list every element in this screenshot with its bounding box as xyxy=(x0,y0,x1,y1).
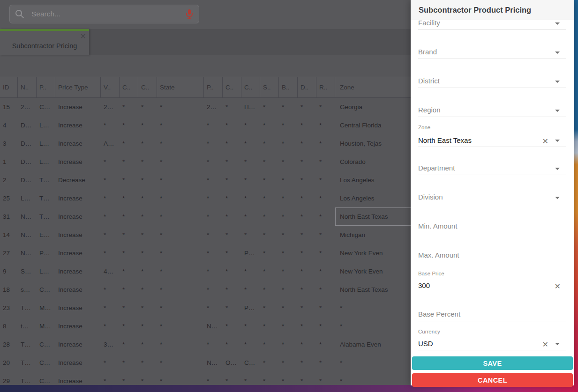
table-cell[interactable]: * xyxy=(101,317,120,335)
facility-select[interactable]: Facility xyxy=(418,17,566,30)
table-cell[interactable]: * xyxy=(316,335,335,354)
close-icon[interactable]: ✕ xyxy=(80,33,86,40)
table-cell[interactable]: * xyxy=(101,226,120,244)
table-cell[interactable]: * xyxy=(260,299,279,317)
table-cell[interactable]: * xyxy=(298,153,316,171)
table-cell[interactable]: E… xyxy=(37,226,55,244)
table-cell[interactable]: C… xyxy=(37,98,55,116)
table-cell[interactable]: N… xyxy=(18,226,37,244)
table-cell[interactable]: * xyxy=(101,281,120,299)
table-cell[interactable]: * xyxy=(157,354,204,372)
table-cell[interactable]: Increase xyxy=(55,299,101,317)
table-cell[interactable]: C… xyxy=(37,281,55,299)
table-cell[interactable]: P… xyxy=(241,244,260,262)
table-cell[interactable]: * xyxy=(260,134,279,153)
table-cell[interactable]: A… xyxy=(101,134,120,153)
table-cell[interactable]: * xyxy=(101,299,120,317)
table-cell[interactable]: * xyxy=(101,153,120,171)
table-cell[interactable]: * xyxy=(120,354,138,372)
table-cell[interactable]: 23 xyxy=(0,299,18,317)
table-cell[interactable]: * xyxy=(260,153,279,171)
table-cell[interactable]: * xyxy=(241,226,260,244)
table-cell[interactable]: * xyxy=(138,244,157,262)
table-cell[interactable]: * xyxy=(298,281,316,299)
table-cell[interactable]: M… xyxy=(37,317,55,335)
column-header[interactable]: ID xyxy=(0,77,18,97)
table-cell[interactable]: * xyxy=(120,189,138,207)
table-cell[interactable]: * xyxy=(316,116,335,134)
table-cell[interactable]: 3… xyxy=(101,335,120,354)
table-cell[interactable]: * xyxy=(204,189,223,207)
table-cell[interactable]: * xyxy=(120,134,138,153)
chevron-down-icon[interactable] xyxy=(555,168,560,170)
table-cell[interactable]: Decrease xyxy=(55,171,101,189)
table-cell[interactable]: Increase xyxy=(55,281,101,299)
table-cell[interactable]: * xyxy=(316,299,335,317)
table-cell[interactable]: * xyxy=(101,171,120,189)
table-cell[interactable]: * xyxy=(157,98,204,116)
table-cell[interactable]: Increase xyxy=(55,98,101,116)
table-cell[interactable]: * xyxy=(138,171,157,189)
table-cell[interactable]: * xyxy=(157,335,204,354)
table-cell[interactable]: * xyxy=(279,244,298,262)
table-cell[interactable]: O… xyxy=(223,354,241,372)
table-cell[interactable]: * xyxy=(260,335,279,354)
table-cell[interactable]: D… xyxy=(18,116,37,134)
chevron-down-icon[interactable] xyxy=(555,110,560,112)
save-button[interactable]: SAVE xyxy=(412,356,573,370)
table-cell[interactable]: * xyxy=(204,153,223,171)
table-cell[interactable]: * xyxy=(241,171,260,189)
clear-icon[interactable]: ✕ xyxy=(542,341,548,348)
table-cell[interactable]: * xyxy=(120,262,138,281)
table-cell[interactable]: * xyxy=(241,281,260,299)
table-cell[interactable]: * xyxy=(138,317,157,335)
table-cell[interactable]: * xyxy=(120,226,138,244)
table-cell[interactable]: * xyxy=(279,226,298,244)
table-cell[interactable]: C… xyxy=(241,354,260,372)
table-cell[interactable]: * xyxy=(279,171,298,189)
table-cell[interactable]: * xyxy=(204,262,223,281)
table-cell[interactable]: * xyxy=(157,299,204,317)
clear-icon[interactable]: ✕ xyxy=(542,138,548,145)
table-cell[interactable]: T… xyxy=(37,207,55,226)
min-amount-field[interactable]: Min. Amount xyxy=(418,220,566,233)
table-cell[interactable]: * xyxy=(138,98,157,116)
table-cell[interactable]: t… xyxy=(18,317,37,335)
table-cell[interactable]: 31 xyxy=(0,207,18,226)
table-cell[interactable]: * xyxy=(120,299,138,317)
division-select[interactable]: Division xyxy=(418,191,566,204)
table-cell[interactable]: * xyxy=(316,171,335,189)
table-cell[interactable]: * xyxy=(157,244,204,262)
table-cell[interactable]: * xyxy=(223,317,241,335)
table-cell[interactable]: * xyxy=(138,226,157,244)
table-cell[interactable]: T… xyxy=(37,171,55,189)
table-cell[interactable]: P… xyxy=(37,244,55,262)
table-cell[interactable]: 14 xyxy=(0,226,18,244)
table-cell[interactable]: * xyxy=(241,189,260,207)
table-cell[interactable]: * xyxy=(279,207,298,226)
table-cell[interactable]: * xyxy=(241,335,260,354)
base-percent-field[interactable]: Base Percent xyxy=(418,308,566,321)
table-cell[interactable]: L… xyxy=(18,189,37,207)
table-cell[interactable]: * xyxy=(241,116,260,134)
table-cell[interactable]: * xyxy=(204,116,223,134)
table-cell[interactable]: L… xyxy=(37,153,55,171)
table-cell[interactable]: C… xyxy=(37,335,55,354)
table-cell[interactable]: Increase xyxy=(55,226,101,244)
table-cell[interactable]: * xyxy=(298,171,316,189)
table-cell[interactable]: 18 xyxy=(0,281,18,299)
table-cell[interactable]: * xyxy=(101,189,120,207)
table-cell[interactable]: * xyxy=(223,171,241,189)
table-cell[interactable]: * xyxy=(223,244,241,262)
department-select[interactable]: Department xyxy=(418,162,566,175)
table-cell[interactable]: * xyxy=(138,299,157,317)
table-cell[interactable]: * xyxy=(157,207,204,226)
table-cell[interactable]: 2… xyxy=(18,98,37,116)
table-cell[interactable]: * xyxy=(101,116,120,134)
table-cell[interactable]: * xyxy=(120,244,138,262)
table-cell[interactable]: D… xyxy=(18,134,37,153)
column-header[interactable]: State xyxy=(157,77,204,97)
currency-select[interactable]: Currency USD ✕ xyxy=(418,329,566,350)
table-cell[interactable]: Increase xyxy=(55,134,101,153)
column-header[interactable]: R.. xyxy=(316,77,335,97)
